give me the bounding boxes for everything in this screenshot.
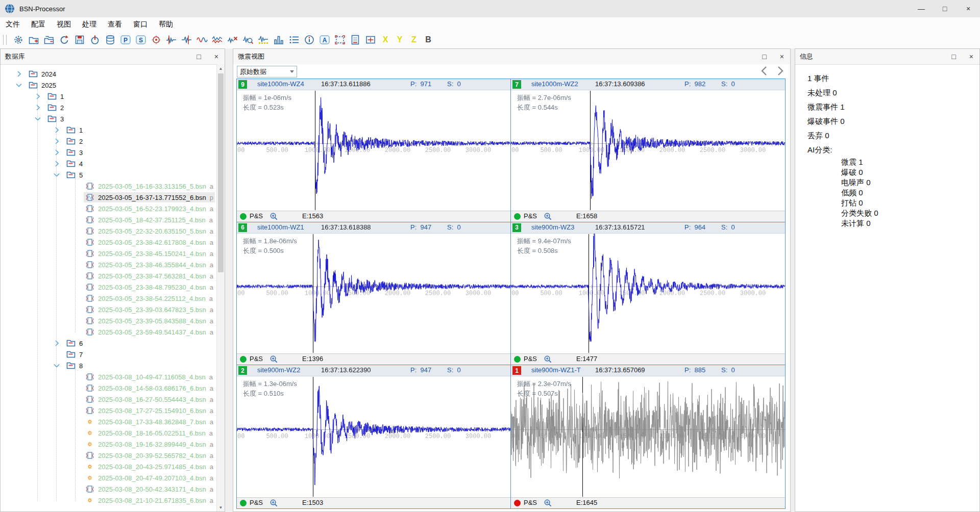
waveform-cell-header[interactable]: 3site900m-WZ316:37:13.615721P: 964S: 0 <box>511 222 785 234</box>
waveform-cell-header[interactable]: 7site1000m-WZ216:37:13.609386P: 982S: 0 <box>511 79 785 90</box>
crosshair-icon[interactable] <box>364 33 377 46</box>
wave-measure-icon[interactable] <box>257 33 270 46</box>
waveform-close-button[interactable]: × <box>780 53 784 60</box>
tree-file[interactable]: 2025-03-05_23-38-42.617808_4.bsna <box>1 237 217 248</box>
tree-scrollbar[interactable]: ▲ ▼ <box>216 64 225 511</box>
refresh-icon[interactable] <box>58 33 71 46</box>
zoom-icon[interactable] <box>544 355 552 364</box>
tree-file[interactable]: 2025-03-08_14-58-03.686176_6.bsna <box>1 382 217 394</box>
database-maximize-button[interactable]: □ <box>197 53 201 60</box>
scrollbar-thumb[interactable] <box>218 73 224 272</box>
bold-b-icon[interactable]: B <box>422 33 434 46</box>
prev-event-icon[interactable] <box>760 65 770 76</box>
left-splitter[interactable] <box>225 48 233 512</box>
zoom-icon[interactable] <box>544 499 552 507</box>
waveform-cell-header[interactable]: 6site1000m-WZ116:37:13.618388P: 947S: 0 <box>237 222 510 234</box>
tree-file[interactable]: 2025-03-05_16-16-33.313156_5.bsna <box>1 181 217 192</box>
data-type-dropdown[interactable]: 原始数据 <box>237 66 297 78</box>
auto-label-icon[interactable]: A <box>318 33 331 46</box>
event-list-icon[interactable] <box>287 33 301 46</box>
settings-gear-icon[interactable] <box>12 33 25 46</box>
close-button[interactable]: × <box>957 0 980 17</box>
zoom-icon[interactable] <box>270 212 278 221</box>
info-maximize-button[interactable]: □ <box>951 53 955 60</box>
tree-folder-5[interactable]: 5 <box>1 169 217 181</box>
wave-search-icon[interactable] <box>241 33 255 46</box>
zoom-icon[interactable] <box>270 355 278 364</box>
menu-item-6[interactable]: 窗口 <box>128 17 153 31</box>
waveform-cell-header[interactable]: 2site900m-WZ216:37:13.622390P: 947S: 0 <box>237 365 510 376</box>
tree-file[interactable]: 2025-03-08_16-27-50.554443_4.bsna <box>1 394 217 405</box>
tree-file[interactable]: 2025-03-05_23-39-05.843588_4.bsna <box>1 315 217 326</box>
tree-file[interactable]: 2025-03-05_23-38-47.563281_4.bsna <box>1 270 217 281</box>
tree-folder-2024[interactable]: 2024 <box>1 68 217 80</box>
folder-open-icon[interactable] <box>42 33 56 46</box>
info-close-button[interactable]: × <box>969 53 973 60</box>
chevron-right-icon[interactable] <box>53 126 61 134</box>
toolbar-grip[interactable] <box>3 35 7 45</box>
right-splitter[interactable] <box>791 48 795 512</box>
tree-file[interactable]: 2025-03-08_20-39-52.565782_4.bsna <box>1 450 217 461</box>
tree-folder-2025[interactable]: 2025 <box>1 80 217 91</box>
histogram-icon[interactable] <box>272 33 285 46</box>
save-icon[interactable] <box>73 33 86 46</box>
database-close-button[interactable]: × <box>214 53 218 60</box>
tree-file[interactable]: 2025-03-05_16-52-23.179923_4.bsna <box>1 203 217 214</box>
tree-folder-8[interactable]: 8 <box>1 360 217 371</box>
wave-pick-second-icon[interactable] <box>180 33 193 46</box>
chevron-right-icon[interactable] <box>53 339 61 347</box>
menu-item-7[interactable]: 帮助 <box>153 17 179 31</box>
waveform-canvas[interactable] <box>511 234 785 354</box>
locate-icon[interactable] <box>150 33 163 46</box>
tree-file[interactable]: 2025-03-05_23-38-45.150241_4.bsna <box>1 248 217 259</box>
zoom-icon[interactable] <box>270 499 278 507</box>
power-icon[interactable] <box>88 33 102 46</box>
maximize-button[interactable]: □ <box>933 0 957 17</box>
tree-file[interactable]: 2025-03-05_23-38-48.795230_4.bsna <box>1 281 217 293</box>
tree-file[interactable]: 2025-03-08_17-27-25.154910_6.bsna <box>1 405 217 416</box>
tree-folder-1[interactable]: 1 <box>1 124 217 136</box>
tree-folder-1[interactable]: 1 <box>1 91 217 102</box>
pick-s-icon[interactable]: S <box>134 33 148 46</box>
wave-overlay-icon[interactable] <box>211 33 224 46</box>
scroll-down-icon[interactable]: ▼ <box>217 503 225 511</box>
tree-file[interactable]: 2025-03-08_18-16-05.022511_6.bsna <box>1 427 217 439</box>
minimize-button[interactable]: — <box>910 0 933 17</box>
tree-file[interactable]: 2025-03-05_23-39-03.647823_5.bsna <box>1 304 217 315</box>
axis-y-icon[interactable]: Y <box>394 33 406 46</box>
axis-x-icon[interactable]: X <box>379 33 391 46</box>
waveform-canvas[interactable] <box>511 376 785 497</box>
next-event-icon[interactable] <box>775 65 785 76</box>
chevron-down-icon[interactable] <box>53 171 61 179</box>
menu-item-2[interactable]: 配置 <box>26 17 51 31</box>
chevron-right-icon[interactable] <box>34 104 42 112</box>
tree-file[interactable]: 2025-03-08_20-47-49.207103_4.bsna <box>1 472 217 483</box>
tree-folder-7[interactable]: 7 <box>1 349 217 360</box>
waveform-canvas[interactable] <box>237 234 510 354</box>
menu-item-1[interactable]: 文件 <box>0 17 26 31</box>
waveform-canvas[interactable] <box>237 90 510 211</box>
tree-file[interactable]: 2025-03-05_23-38-46.355844_4.bsna <box>1 259 217 270</box>
info-icon[interactable] <box>303 33 316 46</box>
menu-item-5[interactable]: 查看 <box>102 17 128 31</box>
chevron-down-icon[interactable] <box>34 115 42 123</box>
chevron-right-icon[interactable] <box>53 137 61 145</box>
tree-folder-6[interactable]: 6 <box>1 338 217 349</box>
tree-folder-2[interactable]: 2 <box>1 102 217 113</box>
waveform-canvas[interactable] <box>511 90 785 211</box>
tree-folder-2[interactable]: 2 <box>1 136 217 147</box>
folder-add-icon[interactable] <box>27 33 40 46</box>
chevron-right-icon[interactable] <box>53 160 61 168</box>
tree-file[interactable]: 2025-03-08_21-10-21.671835_6.bsna <box>1 495 217 506</box>
wave-pick-first-icon[interactable] <box>165 33 178 46</box>
axis-z-icon[interactable]: Z <box>408 33 420 46</box>
wave-reject-icon[interactable] <box>226 33 239 46</box>
tree-file[interactable]: 2025-03-08_19-16-32.899449_4.bsna <box>1 439 217 450</box>
chevron-right-icon[interactable] <box>34 92 42 100</box>
database-icon[interactable] <box>104 33 117 46</box>
wave-pair-icon[interactable] <box>195 33 209 46</box>
tree-file[interactable]: 2025-03-05_16-37-13.771552_6.bsnp <box>1 192 217 203</box>
tree-file[interactable]: 2025-03-08_20-43-25.971485_4.bsna <box>1 461 217 472</box>
chevron-right-icon[interactable] <box>53 148 61 157</box>
tree-file[interactable]: 2025-03-05_23-59-49.541437_4.bsna <box>1 326 217 338</box>
